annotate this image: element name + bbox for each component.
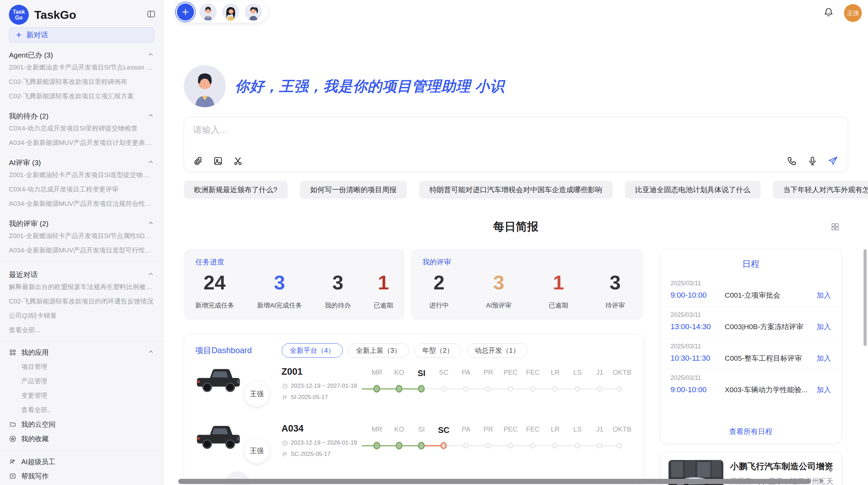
assistant-avatar-1[interactable] (200, 3, 217, 21)
milestone-label: J1 (589, 425, 611, 435)
my-apps-header[interactable]: 我的应用 (9, 345, 154, 360)
event-date: 2025/03/11 (671, 311, 831, 319)
scroll-right-arrow-icon[interactable] (820, 478, 824, 484)
section-header-ai-review[interactable]: AI评审 (3) (9, 158, 154, 168)
notification-bell-icon[interactable] (823, 7, 834, 19)
list-item[interactable]: 公司Q3轻卡销量 (9, 309, 154, 323)
clock-icon (282, 383, 288, 389)
event-time: 10:30-11:30 (671, 354, 725, 363)
list-item[interactable]: C0X4-动力总成开发项目工程变更评审 (9, 182, 154, 197)
plus-icon (181, 8, 190, 16)
tab-year-model[interactable]: 年型（2） (414, 343, 461, 358)
star-badge-icon (9, 435, 16, 443)
dashboard-title: 项目Dashboard (195, 345, 252, 356)
section-header-my-review[interactable]: 我的评审 (2) (9, 219, 154, 229)
divider (0, 341, 163, 342)
list-item[interactable]: C02-飞腾新能源轻客改款项目立项汇报方案 (9, 89, 154, 103)
my-favorites-item[interactable]: 我的收藏 (9, 432, 154, 446)
microphone-icon[interactable] (807, 156, 818, 166)
horizontal-scrollbar[interactable] (178, 479, 811, 484)
suggestion-chip[interactable]: 特朗普可能对进口汽车增税会对中国车企造成哪些影响 (419, 181, 613, 199)
tab-powertrain[interactable]: 动总开发（1） (467, 343, 528, 358)
milestone-dot (617, 386, 622, 391)
user-avatar[interactable]: 王强 (844, 4, 862, 22)
assistant-avatar-3[interactable] (245, 3, 262, 21)
view-all-schedule-link[interactable]: 查看所有日程 (660, 427, 841, 436)
milestone-dot (485, 386, 491, 391)
list-item[interactable]: Z001-全新燃油皮卡产品开发项目SI节点Lesson Learn报告 (9, 60, 154, 75)
my-apps-label: 我的应用 (21, 348, 143, 357)
view-all-chats-link[interactable]: 查看全部... (9, 323, 154, 337)
message-input[interactable] (193, 125, 839, 135)
assistant-avatar-2[interactable] (222, 3, 239, 21)
milestone-dot-alert (441, 442, 447, 449)
phone-icon[interactable] (787, 156, 797, 166)
attachment-icon[interactable] (193, 156, 203, 166)
new-chat-button[interactable]: 新对话 (9, 27, 154, 42)
chevron-up-icon[interactable] (147, 51, 154, 60)
view-all-apps-link[interactable]: 查看全部.. (9, 403, 154, 417)
list-item[interactable]: C02-飞腾新能源轻客改款项目的闭环通告反馈情况 (9, 294, 154, 309)
project-row-a034[interactable]: 王强 A034 2023-12-19 ~ 2026-01-19 SC-2025-… (194, 421, 636, 475)
list-item[interactable]: C0X4-动力总成开发项目SI里程碑提交物检查 (9, 121, 154, 136)
list-item[interactable]: A034-全新新能源MUV产品开发项目法规符合性评审 (9, 197, 154, 211)
divider (0, 450, 163, 450)
suggestion-chip[interactable]: 比亚迪全固态电池计划具体说了什么 (625, 181, 761, 199)
tab-new-platform[interactable]: 全新平台（4） (282, 343, 342, 358)
image-icon[interactable] (213, 156, 223, 166)
collapse-sidebar-icon[interactable] (147, 10, 156, 20)
composer-left-tools (193, 156, 243, 166)
list-item[interactable]: C02-飞腾新能源轻客改款项目里程碑画布 (9, 75, 154, 89)
scissors-icon[interactable] (233, 156, 243, 166)
chevron-up-icon[interactable] (147, 112, 154, 121)
new-session-button[interactable] (177, 3, 194, 21)
section-header-agent-done[interactable]: Agent已办 (3) (9, 50, 154, 60)
layout-grid-icon[interactable] (830, 222, 840, 233)
join-button[interactable]: 加入 (817, 322, 831, 332)
list-item[interactable]: 解释最新出台的欧盟报废车法规再生塑料比例被调至15%... (9, 280, 154, 294)
stat-label: 已逾期 (549, 301, 568, 310)
schedule-title: 日程 (660, 258, 841, 270)
section-header-my-todo[interactable]: 我的待办 (2) (9, 111, 154, 121)
suggestion-chip[interactable]: 当下年轻人对汽车外观有怎样的喜好趋势 (773, 181, 868, 199)
tab-new-body[interactable]: 全新上装（3） (348, 343, 409, 358)
milestone-label: LS (566, 425, 589, 435)
list-item[interactable]: Z001-全新燃油轻卡产品开发项目SI节点属性5D文件评审 (9, 229, 154, 243)
main-area: 王强 你好，王强，我是你的项目管理助理 小识 (164, 0, 868, 485)
event-name: C005-整车工程目标评审 (725, 353, 812, 363)
chevron-up-icon[interactable] (147, 220, 154, 228)
list-item[interactable]: Z001-全新燃油轻卡产品开发项目SI造型提交物评审 (9, 168, 154, 182)
event-date: 2025/03/11 (671, 343, 831, 350)
chevron-up-icon[interactable] (147, 271, 154, 279)
vertical-scrollbar[interactable] (864, 249, 867, 346)
section-header-recent-chats[interactable]: 最近对话 (9, 270, 154, 280)
join-button[interactable]: 加入 (817, 353, 831, 363)
taskgo-app: Task Go TaskGo 新对话 Agent已办 (3) Z001-全新燃油… (0, 0, 868, 485)
my-cloud-item[interactable]: 我的云空间 (9, 417, 154, 432)
creative-drawing-item[interactable]: 创意制图 (9, 483, 154, 485)
project-row-z001[interactable]: 王强 Z001 2023-12-19 ~ 2027-01-19 SI-2025-… (194, 364, 636, 419)
app-item-change-mgmt[interactable]: 变更管理 (9, 388, 154, 403)
join-button[interactable]: 加入 (817, 290, 831, 300)
app-item-project-mgmt[interactable]: 项目管理 (9, 360, 154, 374)
session-switcher (174, 1, 268, 23)
list-item[interactable]: A034-全新新能源MUV产品开发项目造型可行性评审 (9, 243, 154, 258)
milestone-label-active: SC (433, 425, 455, 435)
suggestion-chip[interactable]: 如何写一份清晰的项目周报 (300, 181, 407, 199)
stat-item: 2进行中 (429, 272, 449, 310)
app-item-product-mgmt[interactable]: 产品管理 (9, 374, 154, 388)
join-button[interactable]: 加入 (817, 385, 831, 395)
send-icon[interactable] (828, 156, 838, 166)
chevron-up-icon[interactable] (147, 348, 154, 357)
suggestion-chip[interactable]: 欧洲新规最近颁布了什么? (184, 181, 288, 199)
list-item[interactable]: A034-全新新能源MUV产品开发项目计划变更表编写 (9, 136, 154, 150)
ai-super-staff-item[interactable]: AI超级员工 (9, 455, 154, 469)
stat-item: 3待评审 (605, 272, 625, 310)
clock-icon (282, 440, 288, 446)
help-me-write-item[interactable]: 帮我写作 (9, 469, 154, 483)
milestone-label: MR (366, 425, 388, 435)
milestone-label: PEC (499, 369, 522, 378)
chevron-up-icon[interactable] (147, 159, 154, 167)
scroll-down-arrow-icon[interactable] (828, 469, 833, 473)
milestone-label: KO (388, 425, 410, 435)
